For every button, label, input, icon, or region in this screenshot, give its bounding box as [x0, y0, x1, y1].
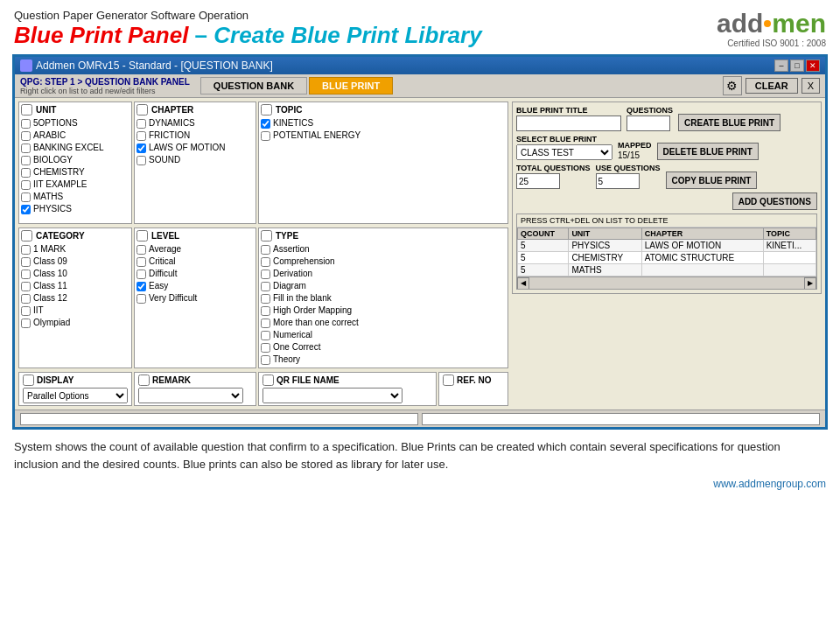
ref-checkbox[interactable] — [443, 374, 454, 386]
unit-checkbox[interactable] — [21, 104, 32, 116]
display-select[interactable]: Parallel Options — [23, 388, 128, 403]
mapped-field: MAPPED 15/15 — [618, 141, 652, 160]
type-header: TYPE — [261, 230, 506, 242]
scroll-right-arrow[interactable]: ▶ — [804, 277, 816, 290]
cell-qcount: 5 — [518, 240, 569, 252]
level-checkbox[interactable] — [136, 230, 148, 242]
list-item: One Correct — [261, 341, 506, 354]
delete-bp-button[interactable]: DELETE BLUE PRINT — [657, 143, 759, 160]
chapter-checkbox[interactable] — [136, 104, 148, 116]
bp-title-field: BLUE PRINT TITLE — [516, 106, 621, 131]
create-bp-button[interactable]: CREATE BLUE PRINT — [678, 114, 780, 131]
breadcrumb-area: QPG: STEP 1 > QUESTION BANK PANEL Right … — [20, 77, 190, 95]
scroll-left-arrow[interactable]: ◀ — [517, 277, 529, 290]
level-list: Average Critical Difficult Easy Very Dif… — [136, 243, 254, 304]
horizontal-scrollbar[interactable]: ◀ ▶ — [517, 276, 816, 289]
title-blue: Create Blue Print Library — [214, 22, 481, 48]
mapped-value: 15/15 — [618, 150, 652, 160]
list-item: Olympiad — [21, 317, 130, 329]
topic-header: TOPIC — [261, 104, 506, 116]
type-checkbox[interactable] — [261, 230, 272, 242]
qr-select[interactable] — [262, 388, 402, 403]
table-row: 5 MATHS — [518, 264, 816, 276]
clear-button[interactable]: CLEAR — [746, 78, 798, 94]
list-item: Difficult — [136, 268, 254, 280]
total-q-field: TOTAL QUESTIONS — [516, 164, 591, 189]
win-controls[interactable]: – □ ✕ — [774, 60, 820, 72]
chapter-label: CHAPTER — [151, 105, 193, 115]
category-checkbox[interactable] — [21, 230, 32, 242]
select-bp-field: SELECT BLUE PRINT CLASS TEST — [516, 135, 612, 160]
cell-topic — [763, 252, 816, 264]
select-bp-dropdown[interactable]: CLASS TEST — [516, 144, 612, 160]
add-questions-button[interactable]: ADD QUESTIONS — [732, 192, 817, 210]
qr-header: QR FILE NAME — [262, 374, 432, 386]
cell-unit: PHYSICS — [569, 240, 641, 252]
tab-question-bank[interactable]: QUESTION BANK — [200, 77, 307, 94]
bp-title-label: BLUE PRINT TITLE — [516, 106, 621, 115]
cell-chapter — [641, 264, 763, 276]
topic-column: TOPIC KINETICS POTENTIAL ENERGY — [258, 102, 508, 224]
category-header: CATEGORY — [21, 230, 130, 242]
list-item: Class 09 — [21, 256, 130, 268]
chapter-header: CHAPTER — [136, 104, 254, 116]
list-item: KINETICS — [261, 117, 506, 130]
filter-row-top: UNIT 5OPTIONS ARABIC BANKING EXCEL BIOLO… — [18, 102, 508, 224]
header-title: Blue Print Panel – Create Blue Print Lib… — [14, 22, 482, 49]
level-label: LEVEL — [151, 231, 179, 241]
use-q-field: USE QUESTIONS — [596, 164, 661, 189]
header-subtitle: Question Paper Generator Software Operat… — [14, 9, 482, 22]
remark-select[interactable] — [138, 388, 243, 403]
qr-checkbox[interactable] — [262, 374, 274, 386]
close-button[interactable]: ✕ — [806, 60, 820, 72]
app-window: Addmen OMRv15 - Standard - [QUESTION BAN… — [12, 54, 828, 430]
list-item: Derivation — [261, 268, 506, 280]
topic-checkbox[interactable] — [261, 104, 272, 116]
bottom-text: System shows the count of available ques… — [0, 430, 840, 478]
bottom-filter-row: DISPLAY Parallel Options REMARK — [18, 372, 508, 406]
display-header: DISPLAY — [23, 374, 128, 386]
list-item: High Order Mapping — [261, 304, 506, 317]
logo-brand: addmen — [717, 9, 826, 38]
table-scroll-area[interactable]: QCOUNT UNIT CHAPTER TOPIC 5 PHYSICS — [517, 228, 816, 276]
cell-qcount: 5 — [518, 252, 569, 264]
bp-row-3: TOTAL QUESTIONS USE QUESTIONS COPY BLUE … — [516, 164, 817, 189]
level-column: LEVEL Average Critical Difficult Easy Ve… — [134, 228, 256, 368]
remark-label: REMARK — [152, 375, 191, 385]
maximize-button[interactable]: □ — [790, 60, 804, 72]
bp-title-input[interactable] — [516, 116, 621, 131]
list-item: Fill in the blank — [261, 292, 506, 304]
col-header-unit: UNIT — [569, 228, 641, 240]
toolbar-row: QPG: STEP 1 > QUESTION BANK PANEL Right … — [15, 74, 825, 98]
remark-checkbox[interactable] — [138, 374, 150, 386]
select-bp-label: SELECT BLUE PRINT — [516, 135, 612, 144]
logo-add-text: add — [717, 9, 763, 38]
questions-label: QUESTIONS — [626, 106, 673, 115]
header-left: Question Paper Generator Software Operat… — [14, 9, 482, 49]
gear-icon[interactable]: ⚙ — [723, 76, 742, 95]
list-item: Class 10 — [21, 268, 130, 280]
logo-container: addmen Certified ISO 9001 : 2008 — [717, 9, 826, 48]
list-item: SOUND — [136, 154, 254, 166]
tab-blue-print[interactable]: BLUE PRINT — [309, 77, 393, 94]
col-header-qcount: QCOUNT — [518, 228, 569, 240]
total-q-input[interactable] — [516, 173, 560, 189]
minimize-button[interactable]: – — [774, 60, 788, 72]
list-item: Critical — [136, 256, 254, 268]
bp-row-1: BLUE PRINT TITLE QUESTIONS CREATE BLUE P… — [516, 106, 817, 131]
use-q-label: USE QUESTIONS — [596, 164, 661, 172]
logo-dot — [764, 20, 771, 27]
display-column: DISPLAY Parallel Options — [18, 372, 132, 406]
questions-input[interactable] — [626, 116, 670, 131]
bp-table-label: PRESS CTRL+DEL ON LIST TO DELETE — [517, 214, 816, 228]
bp-row-4: ADD QUESTIONS — [516, 192, 817, 210]
use-q-input[interactable] — [596, 173, 640, 189]
list-item: Class 11 — [21, 280, 130, 292]
ref-column: REF. NO — [438, 372, 508, 406]
display-checkbox[interactable] — [23, 374, 34, 386]
copy-bp-button[interactable]: COPY BLUE PRINT — [666, 172, 758, 189]
x-button[interactable]: X — [802, 78, 820, 94]
bp-table: QCOUNT UNIT CHAPTER TOPIC 5 PHYSICS — [517, 228, 816, 276]
level-header: LEVEL — [136, 230, 254, 242]
type-list: Assertion Comprehension Derivation Diagr… — [261, 243, 506, 366]
